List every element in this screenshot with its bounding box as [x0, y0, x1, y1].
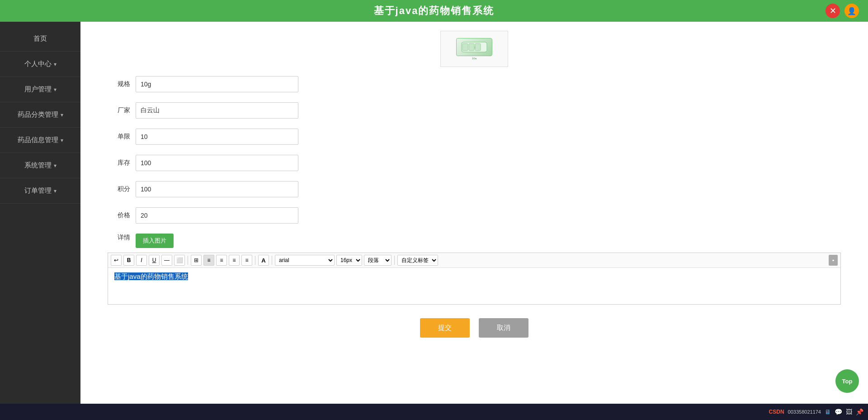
form-row-stock: 库存 — [108, 155, 841, 171]
strikethrough-button[interactable]: — — [161, 255, 172, 266]
custom-label-select[interactable]: 自定义标签 — [397, 255, 438, 266]
toolbar-divider-4 — [394, 256, 395, 265]
rich-text-editor: ↩ B I U — ⬜ ⊞ ≡ ≡ ≡ — [108, 253, 841, 305]
page-title: 基于java的药物销售系统 — [374, 4, 495, 18]
chevron-down-icon: ▾ — [61, 137, 63, 143]
price-label: 价格 — [108, 211, 130, 220]
taskbar-code: 003358021174 — [788, 409, 821, 415]
sidebar-item-label: 订单管理 — [24, 186, 52, 195]
sidebar-item-drug-category[interactable]: 药品分类管理 ▾ — [0, 102, 80, 128]
taskbar-icon-2: 💬 — [835, 408, 842, 415]
sidebar-item-orders[interactable]: 订单管理 ▾ — [0, 178, 80, 204]
undo-button[interactable]: ↩ — [111, 255, 122, 266]
header: 基于java的药物销售系统 ✕ 👤 — [0, 0, 868, 22]
svg-rect-3 — [469, 43, 474, 51]
limit-label: 单限 — [108, 133, 130, 141]
form-row-manufacturer: 厂家 — [108, 102, 841, 119]
editor-selected-text: 基于java的药物销售系统 — [114, 272, 188, 280]
taskbar: CSDN 003358021174 🖥 💬 🖼 📌 — [0, 404, 868, 420]
pill-svg: 益花 — [461, 40, 488, 54]
form-row-points: 积分 — [108, 181, 841, 197]
sidebar-item-label: 药品信息管理 — [18, 136, 58, 144]
align-center-button[interactable]: ≡ — [203, 255, 214, 266]
sidebar-item-home[interactable]: 首页 — [0, 26, 80, 52]
editor-body[interactable]: 基于java的药物销售系统 — [108, 268, 840, 304]
chevron-down-icon: ▾ — [54, 86, 57, 93]
form-row-detail: 详情 插入图片 — [108, 234, 841, 248]
sidebar: 首页 个人中心 ▾ 用户管理 ▾ 药品分类管理 ▾ 药品信息管理 ▾ 系统管理 … — [0, 22, 80, 404]
sidebar-item-label: 用户管理 — [24, 85, 52, 94]
editor-toolbar: ↩ B I U — ⬜ ⊞ ≡ ≡ ≡ — [108, 253, 840, 268]
limit-input[interactable] — [136, 129, 298, 145]
svg-rect-4 — [475, 43, 481, 51]
font-color-button[interactable]: A — [258, 255, 269, 266]
chevron-down-icon: ▾ — [54, 61, 57, 67]
taskbar-icon-1: 🖥 — [825, 408, 831, 415]
pill-label: 10a — [472, 57, 476, 60]
align-left-button[interactable]: ≡ — [216, 255, 227, 266]
stock-label: 库存 — [108, 159, 130, 167]
toolbar-divider-1 — [188, 256, 188, 265]
paragraph-type-select[interactable]: 段落 标题1 标题2 — [364, 255, 392, 266]
user-button[interactable]: 👤 — [844, 4, 859, 18]
sidebar-item-label: 个人中心 — [24, 60, 52, 68]
bold-button[interactable]: B — [123, 255, 134, 266]
header-icons: ✕ 👤 — [826, 4, 859, 18]
points-input[interactable] — [136, 181, 298, 197]
toolbar-divider-3 — [272, 256, 272, 265]
justify-button[interactable]: ≡ — [241, 255, 252, 266]
expand-button[interactable]: ▪ — [829, 255, 838, 266]
insert-image-button[interactable]: 插入图片 — [136, 234, 174, 248]
pill-box: 益花 — [456, 38, 492, 56]
product-image: 益花 10a — [440, 31, 508, 67]
form-row-spec: 规格 — [108, 76, 841, 92]
sidebar-item-label: 系统管理 — [24, 161, 52, 170]
product-image-inner: 益花 10a — [456, 38, 492, 60]
manufacturer-input[interactable] — [136, 102, 298, 119]
detail-label: 详情 — [108, 234, 130, 242]
svg-rect-2 — [462, 43, 468, 51]
csdn-badge: CSDN — [769, 409, 784, 415]
product-image-area: 益花 10a — [108, 26, 841, 67]
action-row: 提交 取消 — [108, 318, 841, 338]
manufacturer-label: 厂家 — [108, 106, 130, 115]
font-family-select[interactable]: arial Times New Roman Courier New — [275, 255, 335, 266]
border-button[interactable]: ⬜ — [174, 255, 185, 266]
underline-button[interactable]: U — [149, 255, 160, 266]
table-button[interactable]: ⊞ — [191, 255, 202, 266]
sidebar-item-label: 药品分类管理 — [18, 110, 58, 119]
chevron-down-icon: ▾ — [54, 188, 57, 194]
italic-button[interactable]: I — [136, 255, 147, 266]
taskbar-icon-4: 📌 — [856, 408, 863, 415]
sidebar-item-users[interactable]: 用户管理 ▾ — [0, 77, 80, 102]
layout: 首页 个人中心 ▾ 用户管理 ▾ 药品分类管理 ▾ 药品信息管理 ▾ 系统管理 … — [0, 22, 868, 404]
stock-input[interactable] — [136, 155, 298, 171]
sidebar-item-label: 首页 — [33, 34, 47, 43]
toolbar-divider-2 — [255, 256, 255, 265]
price-input[interactable] — [136, 207, 298, 224]
sidebar-item-drug-info[interactable]: 药品信息管理 ▾ — [0, 128, 80, 153]
font-size-select[interactable]: 16px 12px 14px 18px 24px — [336, 255, 362, 266]
main-content: 益花 10a 规格 厂家 单限 — [80, 22, 868, 404]
close-button[interactable]: ✕ — [826, 4, 840, 18]
cancel-button[interactable]: 取消 — [479, 318, 528, 338]
chevron-down-icon: ▾ — [54, 162, 57, 169]
top-button[interactable]: Top — [835, 369, 859, 393]
spec-input[interactable] — [136, 76, 298, 92]
align-right-button[interactable]: ≡ — [229, 255, 240, 266]
points-label: 积分 — [108, 185, 130, 193]
form-row-limit: 单限 — [108, 129, 841, 145]
chevron-down-icon: ▾ — [61, 112, 63, 118]
sidebar-item-profile[interactable]: 个人中心 ▾ — [0, 52, 80, 77]
spec-label: 规格 — [108, 80, 130, 88]
taskbar-icon-3: 🖼 — [846, 408, 852, 415]
form-row-price: 价格 — [108, 207, 841, 224]
sidebar-item-system[interactable]: 系统管理 ▾ — [0, 153, 80, 178]
submit-button[interactable]: 提交 — [420, 318, 470, 338]
